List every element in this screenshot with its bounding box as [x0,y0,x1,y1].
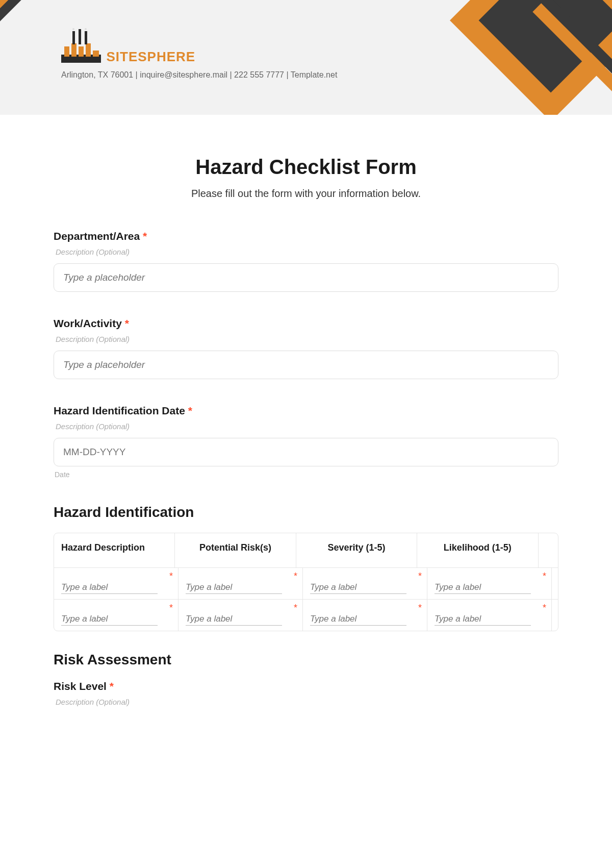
col-hazard-description: Hazard Description [54,533,175,567]
factory-icon [61,28,101,65]
risk-level-label: Risk Level * [54,680,558,692]
required-mark: * [110,680,114,692]
hazard-desc-input[interactable] [61,580,158,594]
department-input[interactable] [54,263,558,292]
svg-rect-4 [86,43,91,57]
field-work-activity: Work/Activity * Description (Optional) [54,317,558,379]
required-mark: * [169,603,173,613]
svg-rect-3 [79,46,84,57]
likelihood-input[interactable] [435,612,531,626]
svg-point-8 [72,28,74,30]
field-department: Department/Area * Description (Optional) [54,230,558,292]
work-label: Work/Activity * [54,317,558,330]
svg-rect-7 [85,31,87,44]
header-banner: SITESPHERE Arlington, TX 76001 | inquire… [0,0,612,115]
date-input[interactable] [54,438,558,466]
risk-input[interactable] [186,580,282,594]
brand-name: SITESPHERE [106,49,195,65]
col-severity: Severity (1-5) [296,533,417,567]
hazard-table: Hazard Description Potential Risk(s) Sev… [54,533,558,631]
likelihood-input[interactable] [435,580,531,594]
required-mark: * [418,603,422,613]
required-mark: * [188,405,192,416]
hazard-section-heading: Hazard Identification [54,504,558,520]
date-label: Hazard Identification Date * [54,405,558,417]
svg-rect-11 [93,51,99,57]
logo-block: SITESPHERE [61,28,195,65]
date-description: Description (Optional) [56,422,558,431]
svg-rect-6 [79,29,81,44]
page-subtitle: Please fill out the form with your infor… [54,188,558,200]
required-mark: * [294,571,297,582]
table-row: * * * * [54,599,558,631]
field-risk-level: Risk Level * Description (Optional) [54,680,558,706]
required-mark: * [169,571,173,582]
col-spacer [539,533,558,567]
department-label: Department/Area * [54,230,558,242]
row-spacer [552,600,558,631]
required-mark: * [125,317,129,329]
severity-input[interactable] [310,580,406,594]
field-hazard-date: Hazard Identification Date * Description… [54,405,558,479]
risk-input[interactable] [186,612,282,626]
risk-level-description: Description (Optional) [56,698,558,706]
risk-section-heading: Risk Assessment [54,652,558,668]
table-header-row: Hazard Description Potential Risk(s) Sev… [54,533,558,567]
svg-point-10 [85,28,87,30]
page-title: Hazard Checklist Form [54,156,558,179]
required-mark: * [418,571,422,582]
svg-rect-2 [71,43,76,57]
contact-info: Arlington, TX 76001 | inquire@sitesphere… [61,70,337,80]
svg-rect-1 [64,46,69,57]
work-input[interactable] [54,351,558,379]
table-row: * * * * [54,567,558,599]
required-mark: * [543,603,546,613]
hazard-desc-input[interactable] [61,612,158,626]
form-content: Hazard Checklist Form Please fill out th… [0,115,612,752]
required-mark: * [294,603,297,613]
severity-input[interactable] [310,612,406,626]
required-mark: * [143,230,147,242]
date-sublabel: Date [55,470,558,479]
work-description: Description (Optional) [56,335,558,343]
col-potential-risks: Potential Risk(s) [175,533,296,567]
col-likelihood: Likelihood (1-5) [417,533,538,567]
required-mark: * [543,571,546,582]
department-description: Description (Optional) [56,247,558,256]
decoration-top-right [388,0,612,115]
row-spacer [552,568,558,599]
svg-rect-5 [72,31,75,44]
